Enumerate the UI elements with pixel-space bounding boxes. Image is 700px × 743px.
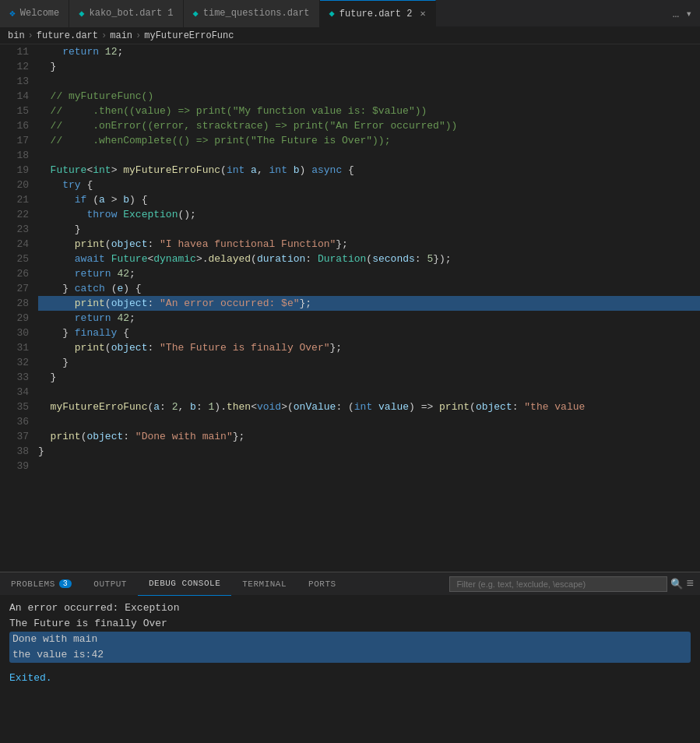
panel-tab-label: TERMINAL xyxy=(242,579,287,589)
line-number: 20 xyxy=(6,178,29,192)
tab-welcome[interactable]: ❖ Welcome xyxy=(0,0,69,27)
tab-actions[interactable]: … ▾ xyxy=(673,7,700,20)
code-line xyxy=(38,148,700,163)
code-line: print(object: "The Future is finally Ove… xyxy=(38,340,700,355)
code-line: } xyxy=(38,444,700,459)
code-line: // .onError((error, stracktrace) => prin… xyxy=(38,118,700,133)
line-number: 36 xyxy=(6,414,29,429)
panel-tab-label: PROBLEMS xyxy=(11,579,55,589)
line-number: 32 xyxy=(6,355,29,370)
code-line: print(object: "Done with main"}; xyxy=(38,429,700,444)
panel-tab-terminal[interactable]: TERMINAL xyxy=(231,572,297,596)
panel-tab-output[interactable]: OUTPUT xyxy=(83,572,138,596)
tab-future[interactable]: ◆ future.dart 2 ✕ xyxy=(320,0,436,27)
panel-tab-problems[interactable]: PROBLEMS 3 xyxy=(0,572,83,596)
line-number: 21 xyxy=(6,192,29,207)
line-number: 26 xyxy=(6,266,29,281)
tab-label: future.dart 2 xyxy=(339,9,413,19)
code-line: } xyxy=(38,222,700,237)
line-number: 19 xyxy=(6,163,29,178)
tab-time-questions[interactable]: ◆ time_questions.dart xyxy=(184,0,320,27)
line-number: 30 xyxy=(6,326,29,340)
breadcrumb-main[interactable]: main xyxy=(110,30,132,41)
panel-tab-debug-console[interactable]: DEBUG CONSOLE xyxy=(138,572,231,596)
code-line xyxy=(38,414,700,429)
panel-tab-label: PORTS xyxy=(308,579,336,589)
line-number: 15 xyxy=(6,104,29,118)
problems-badge: 3 xyxy=(59,579,72,588)
code-line: } xyxy=(38,370,700,385)
line-number: 29 xyxy=(6,311,29,326)
code-line: return 42; xyxy=(38,266,700,281)
code-line xyxy=(38,74,700,89)
line-number: 17 xyxy=(6,133,29,148)
line-number: 39 xyxy=(6,459,29,474)
line-number: 37 xyxy=(6,429,29,444)
code-editor: 1112131415161718192021222324252627282930… xyxy=(0,44,700,572)
panel-tab-label: OUTPUT xyxy=(93,579,127,589)
line-number: 28 xyxy=(6,296,29,311)
code-line: // .whenComplete(() => print("The Future… xyxy=(38,133,700,148)
filter-options-icon[interactable]: ≡ xyxy=(686,577,694,591)
line-number: 16 xyxy=(6,118,29,133)
code-line: myFutureErroFunc(a: 2, b: 1).then<void>(… xyxy=(38,400,700,414)
code-line: await Future<dynamic>.delayed(duration: … xyxy=(38,252,700,266)
code-line: return 42; xyxy=(38,311,700,326)
line-number: 14 xyxy=(6,89,29,104)
panel-tab-ports[interactable]: PORTS xyxy=(297,572,347,596)
code-line: } catch (e) { xyxy=(38,281,700,296)
line-number: 13 xyxy=(6,74,29,89)
panel: PROBLEMS 3 OUTPUT DEBUG CONSOLE TERMINAL… xyxy=(0,572,700,743)
panel-content: An error occurred: Exception The Future … xyxy=(0,596,700,743)
panel-tab-label: DEBUG CONSOLE xyxy=(149,579,220,588)
code-line: Future<int> myFutureErroFunc(int a, int … xyxy=(38,163,700,178)
dart-icon: ◆ xyxy=(193,8,199,19)
code-line: try { xyxy=(38,178,700,192)
code-line: print(object: "I havea functional Functi… xyxy=(38,237,700,252)
code-container: 1112131415161718192021222324252627282930… xyxy=(0,44,700,572)
tab-kako-bot[interactable]: ◆ kako_bot.dart 1 xyxy=(69,0,183,27)
line-number: 27 xyxy=(6,281,29,296)
code-line: } finally { xyxy=(38,326,700,340)
console-line: Done with mainthe value is:42 xyxy=(9,632,691,663)
breadcrumb-bin[interactable]: bin xyxy=(8,30,25,41)
line-number: 35 xyxy=(6,400,29,414)
line-number: 18 xyxy=(6,148,29,163)
line-number: 22 xyxy=(6,207,29,222)
line-number: 38 xyxy=(6,444,29,459)
search-icon[interactable]: 🔍 xyxy=(670,578,683,590)
tab-label: kako_bot.dart 1 xyxy=(89,8,173,19)
code-line: if (a > b) { xyxy=(38,192,700,207)
tab-close-button[interactable]: ✕ xyxy=(420,8,425,19)
code-line: return 12; xyxy=(38,44,700,59)
dart-icon: ◆ xyxy=(79,8,84,19)
line-number: 23 xyxy=(6,222,29,237)
code-line xyxy=(38,459,700,474)
code-line: // .then((value) => print("My function v… xyxy=(38,104,700,118)
line-number: 25 xyxy=(6,252,29,266)
dart-icon: ◆ xyxy=(329,8,335,19)
filter-input[interactable] xyxy=(449,576,667,592)
code-line: } xyxy=(38,59,700,74)
code-line: print(object: "An error occurred: $e"}; xyxy=(38,296,700,311)
breadcrumb-file[interactable]: future.dart xyxy=(37,30,98,41)
tab-label: Welcome xyxy=(20,8,59,19)
console-line: An error occurred: Exception xyxy=(9,600,691,616)
tab-bar: ❖ Welcome ◆ kako_bot.dart 1 ◆ time_quest… xyxy=(0,0,700,27)
line-numbers: 1112131415161718192021222324252627282930… xyxy=(0,44,35,572)
panel-tab-bar: PROBLEMS 3 OUTPUT DEBUG CONSOLE TERMINAL… xyxy=(0,572,700,596)
code-line: // myFutureFunc() xyxy=(38,89,700,104)
code-line: } xyxy=(38,355,700,370)
console-line: The Future is finally Over xyxy=(9,616,691,632)
breadcrumb: bin › future.dart › main › myFutureErroF… xyxy=(0,27,700,44)
breadcrumb-func[interactable]: myFutureErroFunc xyxy=(144,30,234,41)
exited-line: Exited. xyxy=(9,671,691,686)
line-number: 12 xyxy=(6,59,29,74)
code-line xyxy=(38,385,700,400)
tab-label: time_questions.dart xyxy=(203,8,310,19)
line-number: 24 xyxy=(6,237,29,252)
code-area[interactable]: return 12; } // myFutureFunc() // .then(… xyxy=(35,44,700,572)
panel-filter: 🔍 ≡ xyxy=(449,576,700,592)
line-number: 33 xyxy=(6,370,29,385)
line-number: 34 xyxy=(6,385,29,400)
